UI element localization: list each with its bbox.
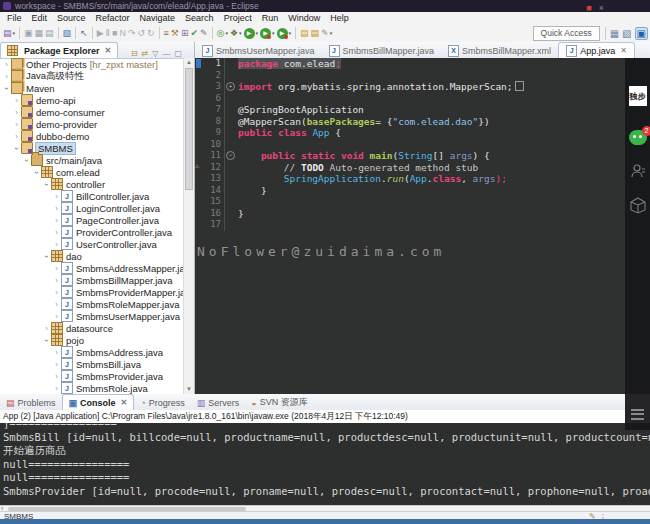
search-annotations-button[interactable]: ✎ <box>199 26 209 41</box>
view-menu-button[interactable]: ▽ <box>152 49 158 58</box>
tree-item-demo-provider[interactable]: ›demo-provider <box>0 118 184 130</box>
chevron-collapsed-icon[interactable]: › <box>42 324 51 333</box>
tree-item-dubbo-demo[interactable]: ›dubbo-demo <box>0 130 184 142</box>
tree-item-providercontroller-java[interactable]: ›ProviderController.java <box>0 226 184 238</box>
java-perspective-button[interactable]: ▣ <box>635 27 648 40</box>
select-tool-button[interactable]: ↖ <box>79 26 89 41</box>
run-button[interactable]: ▶▾ <box>243 26 260 41</box>
menu-edit[interactable]: Edit <box>27 13 53 23</box>
chevron-collapsed-icon[interactable]: › <box>52 276 61 285</box>
tree-item-com-elead[interactable]: ›com.elead <box>0 166 184 178</box>
menu-navigate[interactable]: Navigate <box>135 13 181 23</box>
chevron-collapsed-icon[interactable]: › <box>12 132 21 141</box>
tree-item-usercontroller-java[interactable]: ›UserController.java <box>0 238 184 250</box>
chevron-expanded-icon[interactable]: › <box>12 144 21 153</box>
tree-vertical-scrollbar[interactable]: ▲ ▼ <box>183 58 194 394</box>
chevron-collapsed-icon[interactable]: › <box>2 72 11 81</box>
coverage-button[interactable]: ◎▾ <box>216 26 229 41</box>
chevron-collapsed-icon[interactable]: › <box>12 108 21 117</box>
tree-item-other-projects[interactable]: ›Other Projects [hr_zpxt master] <box>0 58 184 70</box>
tab-package-explorer[interactable]: Package Explorer ✕ <box>0 42 118 58</box>
tree-item-smbmsbill-java[interactable]: ›SmbmsBill.java <box>0 358 184 370</box>
open-type-button[interactable]: ▤ <box>299 26 310 41</box>
tree-item-smbmsusermapper-java[interactable]: ›SmbmsUserMapper.java <box>0 310 184 322</box>
scrollbar-thumb[interactable] <box>185 68 193 190</box>
tree-item-smbmsbillmapper-java[interactable]: ›SmbmsBillMapper.java <box>0 274 184 286</box>
tree-item-dao[interactable]: ›dao <box>0 250 184 262</box>
annotate-button[interactable]: ✎▾ <box>320 26 333 41</box>
chevron-expanded-icon[interactable]: › <box>42 252 51 261</box>
contact-person-icon[interactable] <box>630 163 646 179</box>
close-icon[interactable]: ✕ <box>620 46 627 55</box>
menu-run[interactable]: Run <box>257 13 284 23</box>
profile-button[interactable]: ▶▾ <box>276 26 293 41</box>
chevron-collapsed-icon[interactable]: › <box>52 216 61 225</box>
chevron-expanded-icon[interactable]: › <box>42 180 51 189</box>
chevron-collapsed-icon[interactable]: › <box>52 360 61 369</box>
chevron-collapsed-icon[interactable]: › <box>52 300 61 309</box>
menu-refactor[interactable]: Refactor <box>91 13 135 23</box>
resume-button[interactable]: ▶ <box>96 26 105 41</box>
step-over-button[interactable]: ↺ <box>136 26 146 41</box>
open-perspective-button[interactable]: ▦ <box>610 28 619 39</box>
editor-tab-smbmsbillmapper-java[interactable]: JSmbmsBillMapper.java <box>322 43 442 58</box>
junit-button[interactable]: ✔ <box>189 26 199 41</box>
terminate-console-button[interactable]: ■ <box>586 3 591 13</box>
chevron-collapsed-icon[interactable]: › <box>52 384 61 393</box>
chevron-collapsed-icon[interactable]: › <box>12 96 21 105</box>
scroll-down-icon[interactable]: ▼ <box>184 385 194 394</box>
close-console-button[interactable]: × <box>599 3 604 13</box>
tree-item-maven[interactable]: ›Maven <box>0 82 184 94</box>
menu-file[interactable]: File <box>2 13 27 23</box>
tree-item-demo-api[interactable]: ›demo-api <box>0 94 184 106</box>
chevron-collapsed-icon[interactable]: › <box>2 60 11 69</box>
chevron-expanded-icon[interactable]: › <box>32 168 41 177</box>
chevron-expanded-icon[interactable]: › <box>22 156 31 165</box>
tree-item-smbmsaddress-java[interactable]: ›SmbmsAddress.java <box>0 346 184 358</box>
chevron-collapsed-icon[interactable]: › <box>52 240 61 249</box>
maximize-button[interactable]: ▢ <box>174 49 182 58</box>
tree-item-smbms[interactable]: ›SMBMS <box>0 142 184 154</box>
editor-tab-app-java[interactable]: JApp.java✕ <box>558 42 635 58</box>
chevron-collapsed-icon[interactable]: › <box>52 348 61 357</box>
folded-region-icon[interactable] <box>515 81 524 91</box>
print-button[interactable]: ▤ <box>44 26 55 41</box>
tree-item-controller[interactable]: ›controller <box>0 178 184 190</box>
open-resource-button[interactable]: ▤ <box>310 26 321 41</box>
mark-occurrences-button[interactable]: ≡ <box>163 26 170 41</box>
chevron-collapsed-icon[interactable]: › <box>52 288 61 297</box>
tab-svn[interactable]: ◒SVN 资源库 <box>245 395 313 410</box>
chevron-collapsed-icon[interactable]: › <box>52 264 61 273</box>
step-return-button[interactable]: ↻ <box>146 26 156 41</box>
close-icon[interactable]: ✕ <box>105 46 112 55</box>
cube-icon[interactable] <box>630 197 646 214</box>
new-wizard-button[interactable]: ▤▾ <box>2 26 16 41</box>
tab-progress[interactable]: ◔Progress <box>134 395 190 410</box>
chevron-collapsed-icon[interactable]: › <box>52 372 61 381</box>
menu-help[interactable]: Help <box>325 13 354 23</box>
tab-problems[interactable]: ▤Problems <box>0 395 62 410</box>
open-console-button[interactable]: ▧ <box>62 26 73 41</box>
menu-source[interactable]: Source <box>52 13 91 23</box>
java-ee-perspective-button[interactable]: ▧ <box>622 28 631 39</box>
console-output[interactable]: ]=================SmbmsBill [id=null, bi… <box>0 423 650 505</box>
calligraphy-logo[interactable]: 独步 <box>629 86 647 106</box>
menu-window[interactable]: Window <box>283 13 325 23</box>
tree-item-logincontroller-java[interactable]: ›LoginController.java <box>0 202 184 214</box>
tree-item-datasource[interactable]: ›datasource <box>0 322 184 334</box>
java-editor[interactable]: 1package com.elead;23+import org.mybatis… <box>195 58 650 394</box>
tab-servers[interactable]: ▥Servers <box>191 395 246 410</box>
link-with-editor-button[interactable]: ⇄ <box>142 49 149 58</box>
tree-item-java[interactable]: ›Java高级特性 <box>0 70 184 82</box>
tree-item-smbmsaddressmapper-java[interactable]: ›SmbmsAddressMapper.java <box>0 262 184 274</box>
step-filters-button[interactable]: N <box>118 26 127 41</box>
chevron-collapsed-icon[interactable]: › <box>12 120 21 129</box>
chevron-expanded-icon[interactable]: › <box>42 336 51 345</box>
fold-toggle-icon[interactable]: + <box>226 82 235 91</box>
minimize-button[interactable]: — <box>162 49 170 58</box>
step-into-button[interactable]: ↷ <box>127 26 137 41</box>
collapse-all-button[interactable]: ⊟ <box>131 49 138 58</box>
quick-access-box[interactable]: Quick Access <box>533 26 600 41</box>
tree-item-billcontroller-java[interactable]: ›BillController.java <box>0 190 184 202</box>
close-icon[interactable]: ✕ <box>121 398 128 407</box>
